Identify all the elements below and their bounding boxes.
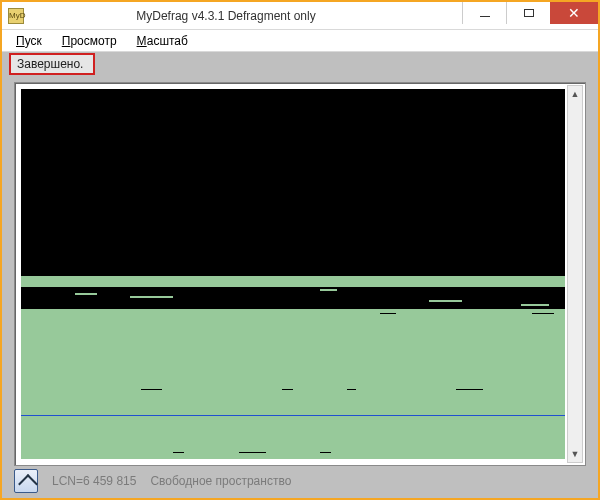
window-title: MyDefrag v4.3.1 Defragment only [0, 9, 462, 23]
disk-fragment [320, 289, 336, 291]
menubar: Пуск Просмотр Масштаб [2, 30, 598, 52]
disk-fragment [282, 389, 293, 390]
disk-separator-line [21, 415, 565, 416]
disk-fragment [173, 452, 184, 453]
disk-fragment [429, 300, 462, 302]
disk-fragment [32, 285, 65, 287]
disk-fragment [75, 293, 97, 295]
disk-fragment [320, 452, 331, 453]
disk-fragment [347, 389, 355, 390]
menu-run[interactable]: Пуск [8, 32, 50, 50]
disk-fragment [456, 389, 483, 390]
menu-view[interactable]: Просмотр [54, 32, 125, 50]
scroll-down-icon[interactable]: ▼ [568, 446, 582, 462]
disk-block-used [21, 287, 565, 309]
minimize-button[interactable] [462, 2, 506, 24]
disk-fragment [521, 304, 548, 306]
disk-fragment [532, 313, 554, 314]
disk-fragment [130, 296, 174, 298]
menu-zoom[interactable]: Масштаб [129, 32, 196, 50]
diskmap-frame: ▲ ▼ [14, 82, 586, 466]
disk-fragment [380, 313, 396, 314]
freespace-label: Свободное пространство [150, 474, 291, 488]
status-label: Завершено. [9, 53, 95, 75]
disk-fragment [239, 452, 266, 453]
scroll-up-icon[interactable]: ▲ [568, 86, 582, 102]
diskmap[interactable] [21, 89, 565, 459]
disk-fragment [141, 389, 163, 390]
vertical-scrollbar[interactable]: ▲ ▼ [567, 85, 583, 463]
footer: LCN=6 459 815 Свободное пространство [14, 470, 586, 492]
cursor-icon [14, 469, 38, 493]
maximize-button[interactable] [506, 2, 550, 24]
window-controls: ✕ [462, 2, 598, 29]
titlebar: MyD MyDefrag v4.3.1 Defragment only ✕ [2, 2, 598, 30]
close-button[interactable]: ✕ [550, 2, 598, 24]
client-area: Завершено. [2, 52, 598, 498]
disk-block-used [21, 89, 565, 276]
lcn-readout: LCN=6 459 815 [52, 474, 136, 488]
